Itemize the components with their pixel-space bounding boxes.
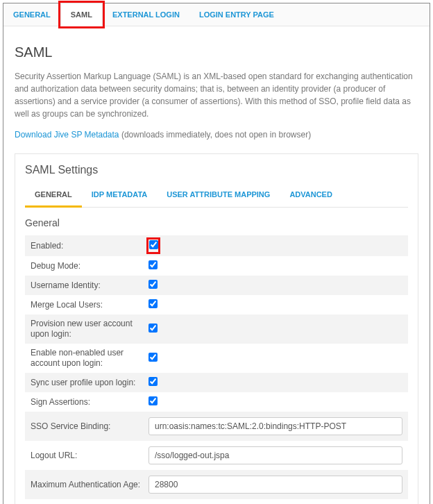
- checkbox-provision-new[interactable]: [148, 324, 158, 333]
- topnav-login-entry-page[interactable]: LOGIN ENTRY PAGE: [189, 3, 284, 26]
- section-title-general: General: [25, 217, 408, 228]
- label-sso-binding: SSO Service Binding:: [31, 421, 148, 432]
- enabled-highlight: [148, 240, 158, 252]
- label-username-identity: Username Identity:: [31, 280, 148, 291]
- tab-advanced[interactable]: ADVANCED: [280, 183, 342, 207]
- page-title: SAML: [15, 44, 418, 60]
- label-logout-url: Logout URL:: [31, 451, 148, 461]
- label-enable-nonenabled: Enable non-enabled user account upon log…: [31, 348, 148, 369]
- download-suffix: (downloads immediately, does not open in…: [119, 130, 312, 140]
- page-content: SAML Security Assertion Markup Language …: [3, 26, 430, 504]
- label-provision-new: Provision new user account upon login:: [31, 319, 148, 339]
- topnav-external-login[interactable]: EXTERNAL LOGIN: [103, 3, 189, 26]
- general-form: Enabled: Debug Mode: Username Identity:: [25, 235, 408, 504]
- checkbox-enable-nonenabled[interactable]: [148, 353, 158, 362]
- label-debug: Debug Mode:: [31, 261, 148, 271]
- input-sso-binding[interactable]: [148, 417, 402, 435]
- input-logout-url[interactable]: [148, 446, 402, 464]
- settings-tabs: GENERAL IDP METADATA USER ATTRIBUTE MAPP…: [25, 183, 408, 208]
- label-enabled: Enabled:: [31, 241, 148, 251]
- download-metadata-link[interactable]: Download Jive SP Metadata: [15, 130, 119, 140]
- checkbox-merge-users[interactable]: [148, 299, 158, 308]
- app-frame: GENERAL SAML EXTERNAL LOGIN LOGIN ENTRY …: [3, 3, 430, 504]
- top-nav: GENERAL SAML EXTERNAL LOGIN LOGIN ENTRY …: [3, 3, 430, 26]
- download-line: Download Jive SP Metadata (downloads imm…: [15, 128, 418, 141]
- label-max-auth-age: Maximum Authentication Age:: [31, 480, 148, 490]
- tab-user-attribute-mapping[interactable]: USER ATTRIBUTE MAPPING: [157, 183, 280, 207]
- label-sync-profile: Sync user profile upon login:: [31, 378, 148, 388]
- label-merge-users: Merge Local Users:: [31, 300, 148, 310]
- topnav-saml[interactable]: SAML: [60, 3, 103, 26]
- checkbox-username-identity[interactable]: [148, 280, 158, 289]
- checkbox-sync-profile[interactable]: [148, 377, 158, 386]
- input-max-auth-age[interactable]: [148, 476, 402, 494]
- checkbox-debug[interactable]: [148, 260, 158, 269]
- label-sign-assertions: Sign Assertions:: [31, 397, 148, 408]
- checkbox-sign-assertions[interactable]: [148, 396, 158, 405]
- topnav-general[interactable]: GENERAL: [3, 3, 60, 26]
- checkbox-enabled[interactable]: [149, 240, 158, 249]
- page-description: Security Assertion Markup Language (SAML…: [15, 70, 418, 120]
- panel-title: SAML Settings: [25, 164, 408, 176]
- tab-idp-metadata[interactable]: IDP METADATA: [82, 183, 157, 207]
- saml-settings-panel: SAML Settings GENERAL IDP METADATA USER …: [15, 153, 418, 504]
- tab-general[interactable]: GENERAL: [25, 183, 82, 208]
